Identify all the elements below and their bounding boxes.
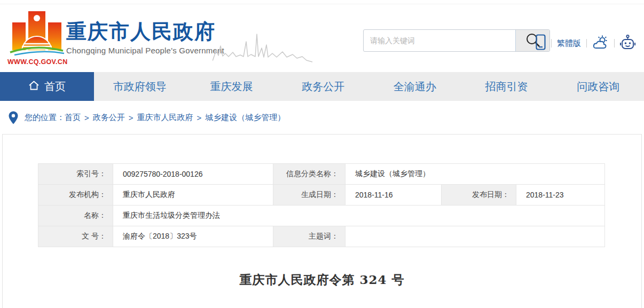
- breadcrumb-separator: >: [125, 113, 137, 122]
- document-panel: 索引号： 009275780-2018-00126 信息分类名称： 城乡建设（城…: [2, 134, 642, 308]
- document-name-label: 名称：: [38, 206, 113, 226]
- breadcrumb-item-government[interactable]: 重庆市人民政府: [137, 113, 193, 123]
- site-subtitle: Chongqing Municipal People's Government: [66, 46, 224, 55]
- site-logo[interactable]: WWW.CQ.GOV.CN: [7, 9, 66, 66]
- nav-item-chongqing-development[interactable]: 重庆发展: [186, 72, 278, 101]
- created-date-label: 生成日期：: [273, 185, 345, 206]
- traditional-chinese-label: 繁體版: [557, 38, 581, 49]
- breadcrumb-item-gov-affairs[interactable]: 政务公开: [93, 113, 125, 123]
- nav-item-label: 招商引资: [485, 80, 528, 94]
- city-skyline-decoration: [213, 32, 313, 68]
- traditional-chinese-button[interactable]: 繁體版: [552, 38, 586, 49]
- site-title: 重庆市人民政府: [66, 20, 224, 44]
- index-number-value: 009275780-2018-00126: [113, 164, 273, 185]
- top-strip: [0, 0, 644, 4]
- robot-assistant-icon: [620, 35, 635, 52]
- site-header: WWW.CQ.GOV.CN 重庆市人民政府 Chongqing Municipa…: [0, 4, 644, 72]
- breadcrumb-item-home[interactable]: 首页: [65, 113, 81, 123]
- published-date-value: 2018-11-23: [516, 185, 605, 206]
- search-input[interactable]: [364, 30, 515, 51]
- mobile-version-button[interactable]: [530, 34, 551, 52]
- issuing-agency-value: 重庆市人民政府: [113, 185, 273, 206]
- breadcrumb: 您的位置： 首页 > 政务公开 > 重庆市人民政府 > 城乡建设（城乡管理）: [0, 101, 644, 134]
- site-titles: 重庆市人民政府 Chongqing Municipal People's Gov…: [66, 20, 224, 55]
- nav-item-label: 首页: [44, 80, 66, 94]
- location-pin-icon: [9, 111, 18, 124]
- issuing-agency-label: 发布机构：: [38, 185, 113, 206]
- document-number-label: 文 号：: [38, 226, 113, 247]
- weather-button[interactable]: [587, 35, 614, 52]
- table-row: 索引号： 009275780-2018-00126 信息分类名称： 城乡建设（城…: [38, 164, 605, 185]
- mobile-phone-icon: [536, 34, 546, 52]
- document-number-value: 渝府令〔2018〕323号: [113, 226, 273, 247]
- nav-item-label: 全渝通办: [394, 80, 436, 94]
- nav-item-label: 重庆发展: [210, 80, 253, 94]
- table-row: 名称： 重庆市生活垃圾分类管理办法: [38, 206, 605, 226]
- nav-item-online-services[interactable]: 全渝通办: [369, 72, 461, 101]
- nav-item-label: 市政府领导: [113, 80, 167, 94]
- published-date-label: 发布日期：: [442, 185, 516, 206]
- nav-item-label: 问政咨询: [577, 80, 619, 94]
- nav-item-label: 政务公开: [302, 80, 344, 94]
- table-row: 文 号： 渝府令〔2018〕323号 主题词：: [38, 226, 605, 247]
- breadcrumb-separator: >: [81, 113, 93, 122]
- index-number-label: 索引号：: [38, 164, 113, 185]
- nav-item-government-leaders[interactable]: 市政府领导: [94, 72, 186, 101]
- document-meta-table: 索引号： 009275780-2018-00126 信息分类名称： 城乡建设（城…: [38, 163, 605, 247]
- document-name-value: 重庆市生活垃圾分类管理办法: [113, 206, 605, 226]
- header-tools: 繁體版: [530, 34, 641, 52]
- category-label: 信息分类名称：: [273, 164, 345, 185]
- site-search: [363, 29, 550, 52]
- nav-item-home[interactable]: 首页: [0, 72, 94, 101]
- smart-assistant-button[interactable]: [615, 35, 641, 52]
- document-title: 重庆市人民政府令第 324 号: [3, 272, 641, 288]
- keywords-value: [345, 226, 605, 247]
- breadcrumb-prefix: 您的位置：: [25, 113, 65, 123]
- logo-url-text: WWW.CQ.GOV.CN: [7, 58, 66, 66]
- created-date-value: 2018-11-16: [345, 185, 442, 206]
- main-nav: 首页 市政府领导 重庆发展 政务公开 全渝通办 招商引资 问政咨询: [0, 72, 644, 101]
- category-value: 城乡建设（城乡管理）: [345, 164, 605, 185]
- table-row: 发布机构： 重庆市人民政府 生成日期： 2018-11-16 发布日期： 201…: [38, 185, 605, 206]
- page: WWW.CQ.GOV.CN 重庆市人民政府 Chongqing Municipa…: [0, 0, 644, 308]
- nav-item-government-affairs[interactable]: 政务公开: [277, 72, 369, 101]
- keywords-label: 主题词：: [273, 226, 345, 247]
- nav-item-consultation[interactable]: 问政咨询: [552, 72, 644, 101]
- nav-item-investment[interactable]: 招商引资: [461, 72, 553, 101]
- weather-icon: [592, 35, 609, 52]
- chongqing-great-hall-emblem-icon: [9, 48, 65, 57]
- breadcrumb-separator: >: [193, 113, 206, 122]
- breadcrumb-item-urban-construction[interactable]: 城乡建设（城乡管理）: [205, 113, 285, 123]
- home-icon: [28, 80, 40, 93]
